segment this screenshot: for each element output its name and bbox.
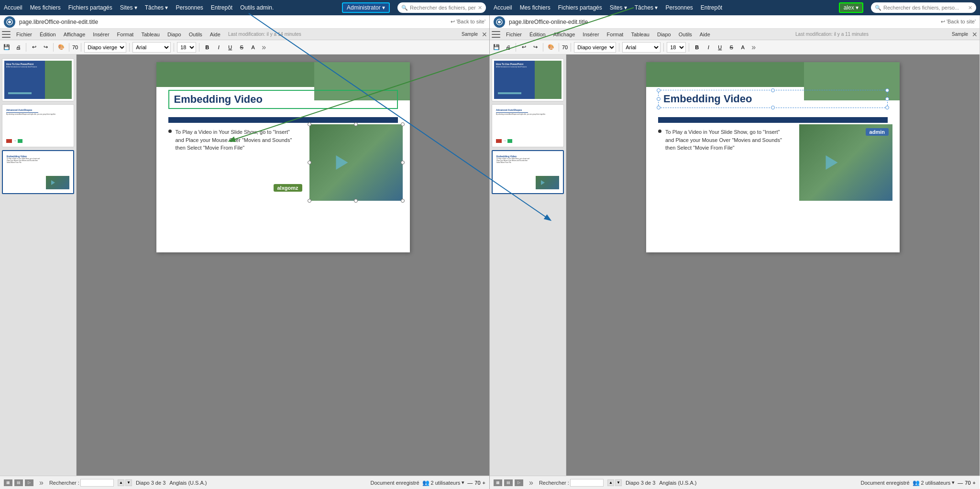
right-fontsize-select[interactable]: 18: [667, 42, 686, 53]
search-bar-left[interactable]: 🔍 ✕: [397, 2, 486, 13]
right-sel-handle-tm[interactable]: [771, 88, 775, 92]
nav-outilsadmin-left[interactable]: Outils admin.: [240, 4, 274, 11]
right-zoom-out[interactable]: —: [958, 480, 963, 486]
user-button-right[interactable]: alex ▾: [839, 2, 863, 13]
left-handle-topright[interactable]: [401, 122, 405, 126]
right-search-field[interactable]: [570, 479, 604, 487]
left-prev-arrow[interactable]: ▲: [118, 479, 124, 486]
left-back-to-site[interactable]: ↩ 'Back to site': [451, 19, 485, 25]
left-next-arrow[interactable]: ▼: [125, 479, 132, 486]
right-menu-outils[interactable]: Outils: [677, 32, 694, 37]
left-menu-diapo[interactable]: Diapo: [165, 32, 183, 37]
left-zoom-out[interactable]: —: [467, 480, 473, 486]
nav-sites-left[interactable]: Sites ▾: [120, 4, 137, 11]
left-slide-thumb-3[interactable]: Embedding Video To Play a Video in Your …: [2, 150, 74, 194]
right-sel-handle-tr[interactable]: [885, 88, 889, 92]
left-handle-topleft[interactable]: [308, 122, 311, 126]
search-close-right[interactable]: ✕: [968, 5, 972, 11]
nav-taches-left[interactable]: Tâches ▾: [145, 4, 168, 11]
right-slide-title-box[interactable]: Embedding Video: [658, 90, 888, 108]
left-menu-edition[interactable]: Édition: [38, 32, 58, 37]
left-slide-thumb-2[interactable]: Advanced AutoShapes By selecting several…: [2, 104, 74, 147]
left-handle-right[interactable]: [401, 161, 405, 164]
left-handle-top[interactable]: [354, 122, 358, 126]
right-toolbar-paintbucket[interactable]: 🎨: [546, 43, 556, 52]
right-sel-handle-bm[interactable]: [771, 106, 775, 109]
right-menu-edition[interactable]: Édition: [528, 32, 548, 37]
nav-personnes-left[interactable]: Personnes: [176, 4, 203, 11]
right-close-btn[interactable]: ✕: [972, 31, 978, 38]
left-layout-select[interactable]: Diapo vierge: [84, 42, 126, 53]
left-toolbar-undo[interactable]: ↩: [29, 43, 39, 52]
right-menu-format[interactable]: Format: [605, 32, 626, 37]
left-view-normal[interactable]: ▦: [4, 479, 12, 486]
right-back-to-site[interactable]: ↩ 'Back to site': [941, 19, 976, 25]
right-menu-fichier[interactable]: Fichier: [504, 32, 524, 37]
right-sel-handle-bl[interactable]: [657, 106, 661, 109]
left-toolbar-fontcolor[interactable]: A: [248, 43, 258, 52]
right-font-select[interactable]: Arial: [622, 42, 661, 53]
nav-entrepot-right[interactable]: Entrepôt: [701, 4, 722, 11]
left-bottom-more[interactable]: »: [37, 478, 45, 487]
right-menu-diapo[interactable]: Diapo: [655, 32, 673, 37]
right-hamburger[interactable]: [492, 31, 500, 38]
left-toolbar-print[interactable]: 🖨: [13, 43, 23, 52]
right-toolbar-redo[interactable]: ↪: [530, 43, 540, 52]
left-main-slide-area[interactable]: Embedding Video To Play a Video in Your …: [77, 54, 489, 476]
right-toolbar-more[interactable]: »: [749, 43, 758, 52]
right-sel-handle-br[interactable]: [885, 106, 889, 109]
right-slide-thumb-3[interactable]: Embedding Video To Play a Video in Your …: [492, 150, 564, 194]
right-view-normal[interactable]: ▦: [494, 479, 502, 486]
left-zoom-in[interactable]: +: [483, 480, 485, 486]
left-handle-left[interactable]: [308, 161, 311, 164]
left-slide-image-container[interactable]: [309, 124, 403, 201]
right-next-arrow[interactable]: ▼: [615, 479, 622, 486]
left-toolbar-redo[interactable]: ↪: [41, 43, 50, 52]
left-menu-tableau[interactable]: Tableau: [139, 32, 162, 37]
nav-mesfichiers-right[interactable]: Mes fichiers: [520, 4, 551, 11]
right-prev-arrow[interactable]: ▲: [607, 479, 614, 486]
nav-accueil-right[interactable]: Accueil: [494, 4, 512, 11]
right-slide-image-container[interactable]: admin: [799, 124, 892, 201]
right-toolbar-undo[interactable]: ↩: [519, 43, 529, 52]
right-toolbar-italic[interactable]: I: [704, 43, 713, 52]
right-toolbar-save[interactable]: 💾: [492, 43, 501, 52]
nav-personnes-right[interactable]: Personnes: [665, 4, 693, 11]
right-zoom-in[interactable]: +: [973, 480, 976, 486]
left-close-btn[interactable]: ✕: [482, 31, 487, 38]
right-menu-tableau[interactable]: Tableau: [629, 32, 651, 37]
right-toolbar-print[interactable]: 🖨: [503, 43, 513, 52]
left-fontsize-select[interactable]: 18: [177, 42, 196, 53]
left-toolbar-paintbucket[interactable]: 🎨: [56, 43, 66, 52]
search-close-left[interactable]: ✕: [478, 5, 482, 11]
left-slide-thumb-1[interactable]: How To Use PowerPoint A Brief Introducti…: [2, 58, 74, 101]
right-view-slideshow[interactable]: ▷: [515, 479, 523, 486]
admin-button-left[interactable]: Administrator ▾: [342, 2, 390, 13]
right-toolbar-underline[interactable]: U: [715, 43, 725, 52]
left-menu-inserer[interactable]: Insérer: [91, 32, 111, 37]
left-toolbar-save[interactable]: 💾: [2, 43, 11, 52]
left-menu-format[interactable]: Format: [115, 32, 136, 37]
left-hamburger[interactable]: [2, 31, 11, 38]
right-slide[interactable]: Embedding Video: [646, 62, 900, 252]
search-input-right[interactable]: [883, 5, 966, 11]
nav-accueil-left[interactable]: Accueil: [4, 4, 22, 11]
nav-taches-right[interactable]: Tâches ▾: [635, 4, 658, 11]
left-menu-affichage[interactable]: Affichage: [62, 32, 88, 37]
right-sel-handle-ml[interactable]: [657, 97, 661, 101]
right-main-slide-area[interactable]: Embedding Video: [566, 54, 980, 476]
right-sel-handle-tl[interactable]: [657, 88, 661, 92]
left-slide-title-box[interactable]: Embedding Video: [168, 90, 398, 109]
right-toolbar-fontcolor[interactable]: A: [738, 43, 748, 52]
left-toolbar-underline[interactable]: U: [225, 43, 235, 52]
right-menu-aide[interactable]: Aide: [698, 32, 712, 37]
left-handle-bottomright[interactable]: [401, 199, 405, 203]
left-menu-outils[interactable]: Outils: [187, 32, 204, 37]
nav-entrepot-left[interactable]: Entrepôt: [211, 4, 232, 11]
nav-fichierspartages-right[interactable]: Fichiers partagés: [558, 4, 602, 11]
left-search-field[interactable]: [80, 479, 114, 487]
left-handle-bottom[interactable]: [354, 199, 358, 203]
right-bottom-more[interactable]: »: [527, 478, 535, 487]
left-view-outline[interactable]: ▤: [14, 479, 23, 486]
right-toolbar-strike[interactable]: S: [727, 43, 736, 52]
